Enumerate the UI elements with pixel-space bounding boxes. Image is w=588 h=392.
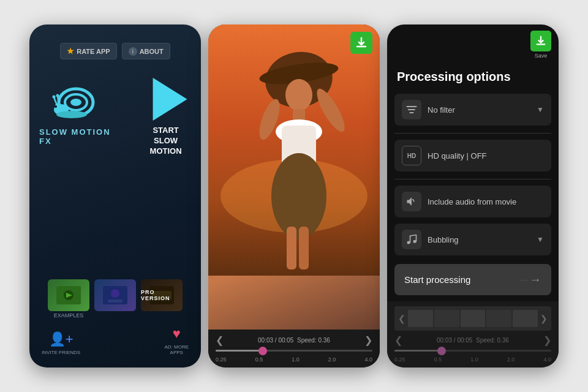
proc-next-button[interactable]: ❯	[540, 314, 548, 323]
screen2-frame: ❮ 00:03 / 00:05 Speed: 0.36 ❯ 0.25 0.5 1…	[208, 24, 380, 368]
invite-icon: 👤+	[49, 331, 74, 347]
screen1-main: ★ RATE APP i ABOUT	[29, 24, 201, 368]
about-button[interactable]: i ABOUT	[122, 43, 170, 59]
svg-point-24	[285, 79, 312, 111]
example1-icon	[56, 286, 81, 304]
download-icon	[355, 37, 368, 49]
speed-labels: 0.25 0.5 1.0 2.0 4.0	[216, 356, 372, 363]
example-thumb-1[interactable]: EXAMPLES	[48, 279, 89, 318]
nav-row: ❮ 00:03 / 00:05 Speed: 0.36 ❯	[216, 334, 372, 346]
hd-icon: HD	[402, 146, 421, 165]
invite-friends-button[interactable]: 👤+ INVITE FRIENDS	[42, 331, 80, 355]
filter-svg-icon	[405, 104, 418, 116]
svg-point-35	[413, 240, 417, 243]
proc-prev-button[interactable]: ❮	[398, 314, 405, 323]
bottom-bar: 👤+ INVITE FRIENDS ♥ AD: MOREAPPS	[39, 326, 191, 355]
svg-point-8	[56, 94, 59, 97]
speed-slider-container[interactable]	[216, 350, 372, 352]
prev-frame-button[interactable]: ❮	[216, 334, 224, 346]
video-controls: ❮ 00:03 / 00:05 Speed: 0.36 ❯ 0.25 0.5 1…	[208, 330, 380, 368]
filter-dropdown-arrow-icon: ▼	[537, 105, 544, 114]
start-text: START SLOW MOTION	[140, 126, 191, 157]
svg-point-6	[52, 95, 55, 98]
time-speed-display: 00:03 / 00:05 Speed: 0.36	[258, 337, 330, 344]
hd-quality-option[interactable]: HD HD quality | OFF	[394, 140, 551, 172]
save-icon	[535, 36, 546, 47]
start-area: START SLOW MOTION	[140, 78, 191, 157]
svg-point-30	[271, 153, 326, 239]
svg-point-9	[55, 105, 57, 108]
proc-speed-labels: 0.25 0.5 1.0 2.0 4.0	[394, 356, 551, 363]
proc-nav-row: ❮ 00:03 / 00:05 Speed: 0.36 ❯	[394, 334, 551, 346]
screen3-frame: Save Processing options No filter ▼ HD	[387, 24, 559, 368]
rate-label: RATE APP	[77, 48, 110, 55]
app-name: SLOW MOTION FX	[39, 127, 116, 146]
video-preview	[208, 24, 380, 330]
music-note-icon	[405, 233, 418, 246]
example-thumb-3[interactable]: PRO VERSION ‌	[141, 279, 183, 318]
examples-row: EXAMPLES ‌	[48, 279, 183, 318]
svg-point-15	[111, 289, 119, 298]
start-slow-motion-button[interactable]	[145, 78, 187, 121]
logo-area: SLOW MOTION FX	[39, 79, 116, 146]
start-processing-label: Start processing	[404, 274, 470, 285]
proc-video-controls: ❮ ❯ ❮ 00:03 / 00:05 Speed: 0.36	[387, 301, 559, 368]
divider-2	[394, 179, 551, 179]
save-label: Save	[535, 53, 548, 59]
svg-rect-16	[108, 300, 123, 303]
proc-frame-next[interactable]: ❯	[543, 334, 551, 346]
proc-header: Save	[387, 24, 559, 65]
music-option[interactable]: Bubbling ▼	[394, 224, 551, 255]
music-dropdown-arrow-icon: ▼	[537, 235, 544, 244]
screen1-frame: ★ RATE APP i ABOUT	[29, 24, 201, 368]
star-icon: ★	[67, 47, 74, 56]
proc-frame-prev[interactable]: ❮	[394, 334, 402, 346]
example2-label: ‌	[94, 312, 136, 318]
main-content-row: SLOW MOTION FX START SLOW MOTION	[39, 78, 191, 157]
about-label: ABOUT	[140, 48, 164, 55]
audio-option[interactable]: Include audio from movie	[394, 186, 551, 217]
example2-icon	[103, 286, 127, 304]
example-thumb-2[interactable]: ‌	[94, 279, 136, 318]
svg-rect-32	[299, 227, 309, 270]
invite-label: INVITE FRIENDS	[42, 350, 80, 355]
heart-icon: ♥	[173, 326, 181, 342]
screen2-preview: ❮ 00:03 / 00:05 Speed: 0.36 ❯ 0.25 0.5 1…	[208, 24, 380, 368]
music-label: Bubbling	[428, 235, 530, 244]
examples-label: EXAMPLES	[48, 312, 89, 318]
ads-label: AD: MOREAPPS	[164, 344, 189, 355]
music-icon	[402, 230, 421, 249]
filter-option[interactable]: No filter ▼	[394, 94, 551, 126]
save-button[interactable]: Save	[530, 31, 551, 59]
example3-label: ‌	[141, 312, 183, 318]
snail-logo-icon	[50, 79, 105, 125]
hd-label: HD quality | OFF	[428, 151, 544, 160]
pro-badge: PRO VERSION	[141, 279, 183, 311]
processing-options-title: Processing options	[387, 65, 559, 94]
rate-app-button[interactable]: ★ RATE APP	[60, 43, 116, 59]
screens-container: ★ RATE APP i ABOUT	[17, 12, 571, 380]
next-frame-button[interactable]: ❯	[364, 334, 372, 346]
video-save-button[interactable]	[350, 32, 372, 54]
svg-point-10	[56, 111, 87, 118]
proc-time-display: 00:03 / 00:05 Speed: 0.36	[437, 337, 509, 344]
audio-label: Include audio from movie	[428, 197, 544, 206]
filter-label: No filter	[428, 105, 530, 115]
info-icon: i	[129, 47, 137, 56]
proc-slider-container[interactable]	[394, 350, 551, 352]
svg-line-5	[54, 97, 56, 104]
svg-point-2	[70, 99, 81, 106]
proc-slider-thumb[interactable]	[437, 347, 446, 355]
video-frame	[208, 24, 380, 276]
speaker-icon	[405, 195, 418, 208]
top-buttons: ★ RATE APP i ABOUT	[60, 43, 170, 59]
speed-slider-thumb[interactable]	[258, 347, 267, 355]
ads-more-apps-button[interactable]: ♥ AD: MOREAPPS	[164, 326, 189, 355]
divider-1	[394, 133, 551, 134]
film-strip: ❮ ❯	[394, 306, 551, 331]
screen3-processing: Save Processing options No filter ▼ HD	[387, 24, 559, 368]
svg-point-34	[407, 241, 410, 244]
filter-icon	[402, 100, 421, 119]
start-processing-button[interactable]: Start processing ··· →	[394, 264, 551, 295]
svg-rect-31	[287, 227, 296, 270]
